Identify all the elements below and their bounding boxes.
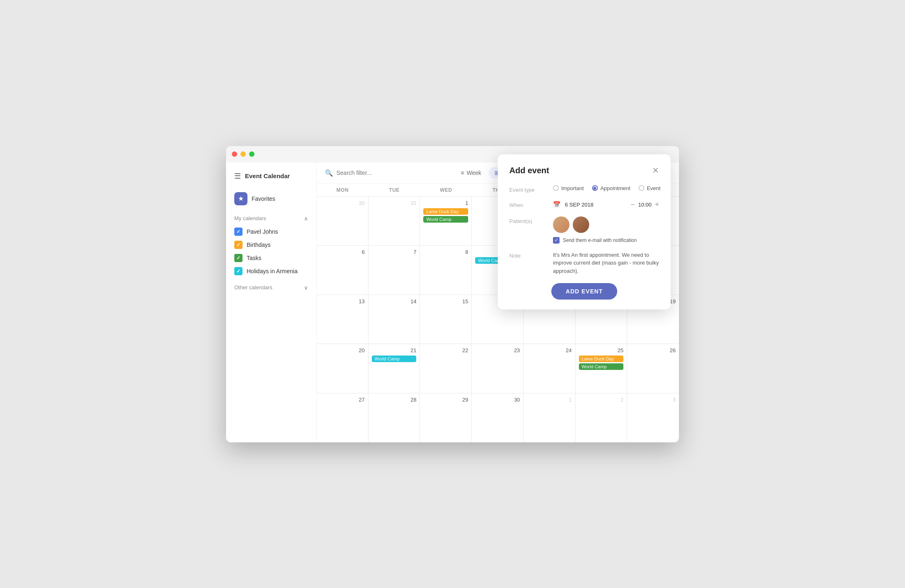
close-panel-button[interactable]: ✕	[652, 166, 659, 174]
calendar-cell-r3-c4[interactable]: 24	[524, 344, 576, 393]
event-chip-r0-c2-e1[interactable]: World Camp	[423, 216, 468, 223]
day-number-r1-c0: 6	[320, 248, 365, 256]
patients-value: ✓ Send them e-mail with notification	[553, 216, 659, 244]
sidebar-item-favorites[interactable]: ★ Favorites	[226, 189, 316, 209]
when-row: When 📅 6 SEP 2018 − 10:00 +	[509, 200, 659, 209]
calendar-cell-r4-c0[interactable]: 27	[317, 393, 369, 442]
day-header-tue: TUE	[369, 184, 420, 196]
check-icon-pavel: ✓	[234, 228, 243, 236]
radio-important[interactable]	[553, 185, 559, 191]
time-decrement-button[interactable]: −	[630, 200, 635, 209]
day-number-r4-c3: 30	[475, 396, 520, 404]
type-important[interactable]: Important	[553, 185, 584, 191]
sidebar-header: ☰ Event Calendar	[226, 167, 316, 189]
week-label: Week	[466, 170, 481, 176]
calendar-cell-r0-c1[interactable]: 31	[369, 197, 420, 246]
event-chip-r3-c1-e0[interactable]: World Camp	[372, 356, 417, 362]
calendar-cell-r2-c0[interactable]: 13	[317, 295, 369, 344]
calendar-cell-r0-c2[interactable]: 1Lame Duck DayWorld Camp	[420, 197, 472, 246]
calendar-label-birthdays: Birthdays	[247, 242, 271, 248]
avatar-patient-1[interactable]	[553, 216, 569, 233]
notify-checkbox[interactable]: ✓	[553, 237, 560, 244]
calendar-label-tasks: Tasks	[247, 255, 261, 261]
event-chip-r3-c5-e1[interactable]: World Camp	[579, 363, 624, 370]
calendar-cell-r3-c0[interactable]: 20	[317, 344, 369, 393]
other-calendars-label: Other calendars	[234, 284, 273, 291]
check-icon-holidays: ✓	[234, 267, 243, 275]
day-number-r0-c0: 30	[320, 199, 365, 207]
day-number-r3-c5: 25	[579, 346, 624, 354]
day-number-r3-c2: 22	[423, 346, 468, 354]
tab-week[interactable]: ≡ Week	[455, 167, 487, 179]
note-label: Note	[509, 251, 546, 259]
check-icon-birthdays: ✓	[234, 241, 243, 249]
avatar-list	[553, 216, 659, 233]
calendar-mini-icon: 📅	[553, 201, 561, 208]
week-icon: ≡	[461, 170, 464, 176]
add-event-button[interactable]: ADD EVENT	[551, 283, 617, 300]
sidebar-item-pavel-johns[interactable]: ✓ Pavel Johns	[226, 225, 316, 238]
radio-appointment[interactable]	[592, 185, 598, 191]
calendar-cell-r4-c3[interactable]: 30	[472, 393, 524, 442]
hamburger-icon[interactable]: ☰	[234, 172, 241, 181]
note-row: Note It's Mrs An first appointment. We n…	[509, 251, 659, 275]
other-calendars-chevron[interactable]: ∨	[304, 284, 308, 291]
event-type-options: Important Appointment Event	[553, 185, 660, 191]
note-value: It's Mrs An first appointment. We need t…	[553, 251, 659, 275]
day-number-r0-c1: 31	[372, 199, 417, 207]
calendar-cell-r1-c2[interactable]: 8	[420, 246, 472, 295]
calendar-cell-r3-c1[interactable]: 21World Camp	[369, 344, 420, 393]
day-number-r1-c2: 8	[423, 248, 468, 256]
day-number-r2-c2: 15	[423, 297, 468, 305]
day-number-r4-c5: 2	[579, 396, 624, 404]
event-type-label: Event type	[509, 185, 546, 193]
type-event[interactable]: Event	[639, 185, 660, 191]
my-calendars-chevron[interactable]: ∧	[304, 215, 308, 222]
search-bar: 🔍	[325, 169, 448, 177]
avatar-patient-2[interactable]	[573, 216, 589, 233]
day-number-r4-c1: 28	[372, 396, 417, 404]
calendar-cell-r4-c5[interactable]: 2	[576, 393, 627, 442]
calendar-cell-r3-c6[interactable]: 26	[627, 344, 679, 393]
when-date: 6 SEP 2018	[565, 202, 593, 208]
day-number-r4-c2: 29	[423, 396, 468, 404]
sidebar-item-birthdays[interactable]: ✓ Birthdays	[226, 238, 316, 251]
calendar-cell-r4-c2[interactable]: 29	[420, 393, 472, 442]
calendar-cell-r3-c3[interactable]: 23	[472, 344, 524, 393]
calendar-cell-r2-c2[interactable]: 15	[420, 295, 472, 344]
event-chip-r0-c2-e0[interactable]: Lame Duck Day	[423, 208, 468, 215]
add-event-panel: Add event ✕ Event type Important Appoint…	[498, 154, 671, 310]
patients-row: Patient(s) ✓ Send them e-mail with notif…	[509, 216, 659, 244]
calendar-cell-r1-c1[interactable]: 7	[369, 246, 420, 295]
calendar-cell-r4-c4[interactable]: 1	[524, 393, 576, 442]
calendar-cell-r2-c1[interactable]: 14	[369, 295, 420, 344]
calendar-label-pavel: Pavel Johns	[247, 228, 278, 235]
day-number-r3-c4: 24	[527, 346, 572, 354]
close-traffic-light[interactable]	[232, 151, 237, 157]
calendar-cell-r0-c0[interactable]: 30	[317, 197, 369, 246]
calendar-cell-r4-c6[interactable]: 3	[627, 393, 679, 442]
event-chip-r3-c5-e0[interactable]: Lame Duck Day	[579, 356, 624, 362]
minimize-traffic-light[interactable]	[240, 151, 246, 157]
notify-row: ✓ Send them e-mail with notification	[553, 237, 659, 244]
radio-event[interactable]	[639, 185, 644, 191]
when-label: When	[509, 200, 546, 208]
time-increment-button[interactable]: +	[655, 200, 659, 209]
type-event-label: Event	[647, 185, 660, 191]
time-control: − 10:00 +	[630, 200, 659, 209]
type-appointment[interactable]: Appointment	[592, 185, 630, 191]
maximize-traffic-light[interactable]	[249, 151, 254, 157]
sidebar-item-holidays[interactable]: ✓ Holidays in Armenia	[226, 265, 316, 278]
calendar-cell-r3-c5[interactable]: 25Lame Duck DayWorld Camp	[576, 344, 627, 393]
day-number-r4-c0: 27	[320, 396, 365, 404]
search-input[interactable]	[336, 170, 448, 176]
sidebar-item-tasks[interactable]: ✓ Tasks	[226, 251, 316, 265]
calendar-cell-r4-c1[interactable]: 28	[369, 393, 420, 442]
app-window: ☰ Event Calendar ★ Favorites My calendar…	[226, 146, 679, 442]
day-header-wed: WED	[420, 184, 472, 196]
day-number-r2-c1: 14	[372, 297, 417, 305]
calendar-cell-r3-c2[interactable]: 22	[420, 344, 472, 393]
calendar-cell-r1-c0[interactable]: 6	[317, 246, 369, 295]
day-number-r0-c2: 1	[423, 199, 468, 207]
favorites-label: Favorites	[252, 195, 275, 202]
